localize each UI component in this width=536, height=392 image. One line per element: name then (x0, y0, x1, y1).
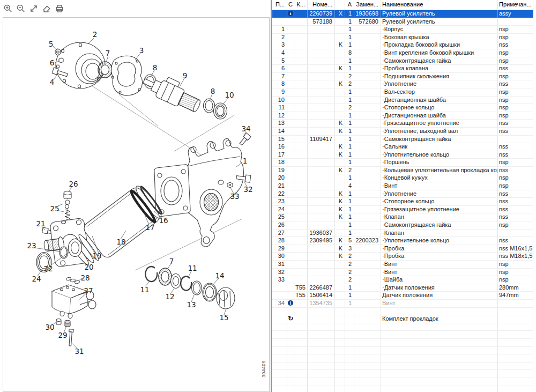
table-row[interactable]: 13K1·Грязезащитное уплотнениеnss (272, 120, 533, 128)
table-row[interactable]: ↻Комплект прокладок (272, 315, 533, 323)
table-row[interactable]: 3K1·Прокладка боковой крышкиnss (272, 41, 533, 49)
cell-kit (294, 315, 308, 323)
table-row[interactable]: 30K2·Пробкаnss M18x1,5 (272, 253, 533, 261)
table-row[interactable]: 72·Подшипник скольженияnsp (272, 73, 533, 81)
cell-pos: 22 (272, 190, 287, 198)
cell-note (498, 386, 533, 392)
table-row[interactable]: 101·Дистанционная шайбаnsp (272, 97, 533, 105)
cell-pos (272, 323, 287, 331)
table-row[interactable]: 21·Боковая крышкаnsp (272, 34, 533, 42)
table-row[interactable]: 261·Самоконтрящаяся гайкаnsp (272, 221, 533, 230)
cell-note: 947mm (498, 292, 533, 299)
table-header-row[interactable]: П...СК...Номе...AЗамен...НаименованиеПри… (272, 0, 533, 10)
cell-qty: 1 (345, 143, 354, 151)
cell-name (381, 331, 498, 338)
table-row[interactable]: 19K2·Кольцевая уплотнительная прокладка … (272, 167, 533, 175)
table-row[interactable] (272, 308, 533, 316)
table-row[interactable]: 22K1·Уплотнениеnss (272, 190, 533, 198)
table-row[interactable]: 24K1·Грязезащитное уплотнениеnss (272, 206, 533, 214)
table-row[interactable]: 1511094171·Самоконтрящаяся гайка (272, 136, 533, 144)
table-row[interactable]: 14K1·Уплотнение, выходной валnss (272, 128, 533, 136)
cell-kit (294, 174, 308, 182)
cell-info (287, 276, 294, 284)
table-row[interactable]: 332·Шайбаnsp (272, 276, 533, 284)
cell-repl: 1930698 (354, 10, 381, 18)
cell-repl (354, 213, 381, 221)
cell-name: ·Винт (381, 261, 498, 268)
cell-note: 280mm (498, 284, 533, 292)
cell-qty: 1 (345, 221, 354, 229)
cell-note: nss (498, 41, 533, 49)
table-row[interactable]: 5731881572680Рулевой усилитель (272, 18, 533, 26)
table-row[interactable]: 112·Стопорное кольцоnsp (272, 104, 533, 112)
cell-pos: 20 (272, 174, 287, 182)
cell-qty: 1 (345, 300, 354, 307)
cell-name: ·Самоконтрящаяся гайка (381, 136, 498, 143)
table-row[interactable]: 6K1·Пробка клапанаnss (272, 65, 533, 73)
gasket-kit-icon[interactable]: ↻ (288, 315, 293, 322)
cell-repl (354, 57, 381, 65)
cell-pos: 11 (272, 104, 287, 112)
cell-qty: 1 (345, 174, 354, 182)
info-icon[interactable]: i (288, 11, 293, 16)
table-row[interactable]: 17K1·Уплотнительное кольцоnss (272, 151, 533, 159)
cell-pos: 23 (272, 198, 287, 205)
table-row[interactable]: 34i13547351Винт (272, 300, 533, 308)
cell-info (287, 206, 294, 213)
cell-num (308, 269, 335, 276)
table-row[interactable]: 2719360371·Клапан (272, 230, 533, 238)
info-icon[interactable]: i (288, 300, 293, 306)
table-row[interactable]: 48·Винт крепления боковой крышкиnsp (272, 49, 533, 57)
cell-note: nsp (498, 261, 533, 268)
cell-num: 2266487 (308, 284, 335, 292)
table-row[interactable]: 51·Самоконтрящаяся гайкаnsp (272, 57, 533, 65)
cell-name: ·Уплотнительное кольцо (381, 237, 498, 245)
cell-repl (354, 245, 381, 253)
cell-ltr (335, 112, 345, 120)
cell-pos: 29 (272, 245, 287, 253)
cell-qty (345, 331, 354, 338)
cell-note: nsp (498, 49, 533, 57)
table-row[interactable]: 16K1·Сальникnss (272, 143, 533, 151)
cell-qty: 2 (345, 167, 354, 174)
panel-divider[interactable] (271, 0, 272, 392)
table-row[interactable]: 181·Поршеньnsp (272, 159, 533, 167)
table-row[interactable]: 312·Винтnsp (272, 261, 533, 269)
table-row[interactable]: 214·Винтnsp (272, 182, 533, 190)
cell-info (287, 221, 294, 229)
cell-num (308, 104, 335, 112)
table-row[interactable]: 29K3·Пробкаnss M16x1,5 (272, 245, 533, 253)
table-row[interactable]: 201·Концевой кужухnsp (272, 174, 533, 182)
table-row[interactable]: 282309495K52200323·Уплотнительное кольцо… (272, 237, 533, 245)
cell-repl (354, 292, 381, 299)
table-row[interactable]: T5522664871·Датчик положения280mm (272, 284, 533, 292)
table-row[interactable]: 11·Корпусnsp (272, 26, 533, 34)
table-row[interactable]: i2260739X11930698Рулевой усилительassy (272, 10, 533, 18)
cell-note: nsp (498, 221, 533, 229)
table-row[interactable]: 8K2·Уплотнениеnss (272, 80, 533, 88)
cell-note: nsp (498, 34, 533, 41)
table-row[interactable]: 25K1·Клапанnss (272, 213, 533, 221)
cell-name: ·Уплотнение, выходной вал (381, 128, 498, 135)
cell-note (498, 378, 533, 386)
table-row[interactable]: T5515064141Датчик положения947mm (272, 292, 533, 300)
table-row[interactable]: 121·Дистанционная шайбаnsp (272, 112, 533, 120)
cell-ltr (335, 136, 345, 143)
cell-note: nsp (498, 57, 533, 65)
table-row[interactable]: 91·Вал-секторnsp (272, 88, 533, 97)
cell-num (308, 80, 335, 88)
table-row[interactable]: 322·Винтnsp (272, 269, 533, 277)
cell-info (287, 73, 294, 80)
cell-ltr: K (335, 120, 345, 127)
cell-qty (345, 354, 354, 362)
cell-pos (272, 292, 287, 299)
cell-info (287, 65, 294, 72)
table-row[interactable]: 23K1·Стопорное кольцоnss (272, 198, 533, 206)
empty-row (272, 347, 533, 355)
parts-table: П...СК...Номе...AЗамен...НаименованиеПри… (272, 0, 533, 392)
cell-name: Рулевой усилитель (381, 10, 498, 18)
cell-num: 1506414 (308, 292, 335, 299)
part-bearing-7 (98, 62, 112, 78)
cell-qty: 1 (345, 18, 354, 26)
cell-info (287, 237, 294, 245)
